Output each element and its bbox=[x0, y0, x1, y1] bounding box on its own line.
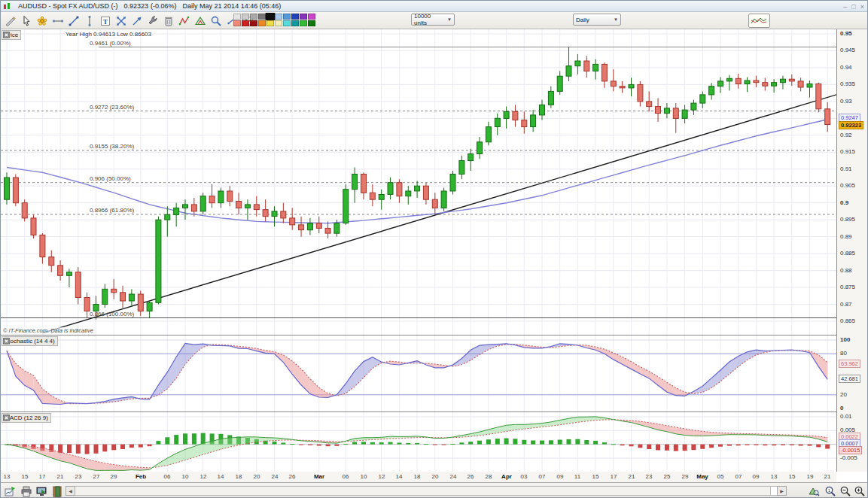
scrollbar-track[interactable] bbox=[75, 486, 777, 496]
price-tick-label: 0.87 bbox=[840, 301, 852, 308]
color-swatch[interactable] bbox=[258, 14, 266, 20]
pointer-tool[interactable] bbox=[129, 13, 145, 29]
color-swatch[interactable] bbox=[308, 14, 315, 20]
zoom-in-icon[interactable] bbox=[854, 485, 866, 497]
zigzag-tool-icon bbox=[178, 15, 190, 27]
delete-tool[interactable] bbox=[160, 13, 176, 29]
move-tool[interactable] bbox=[113, 13, 129, 29]
color-swatch[interactable] bbox=[291, 14, 299, 20]
zoom-selection-icon[interactable] bbox=[808, 485, 820, 497]
cursor-tool-icon bbox=[20, 15, 32, 27]
maximize-button[interactable]: □ bbox=[851, 3, 855, 11]
timeframe-dropdown-value: Daily bbox=[576, 17, 589, 23]
color-swatch[interactable] bbox=[242, 20, 249, 26]
titlebar-datetime: Daily May 21 2014 14:46 (05:46) bbox=[183, 2, 282, 10]
zoom-tool[interactable] bbox=[208, 13, 224, 29]
date-tick-label: 21 bbox=[817, 473, 838, 480]
date-tick-label: 26 bbox=[282, 473, 303, 480]
last-price-box: 0.92323 bbox=[839, 121, 863, 129]
scroll-left-arrow[interactable]: ◀ bbox=[65, 486, 75, 496]
chevron-down-icon: ▼ bbox=[444, 17, 452, 22]
svg-text:0.906 (50.00%): 0.906 (50.00%) bbox=[90, 175, 131, 182]
pattern-recognition-button[interactable] bbox=[748, 14, 770, 28]
window-titlebar: AUDUSD - Spot FX AUD/USD (-) 0.92323 (-0… bbox=[1, 1, 867, 12]
color-swatch[interactable] bbox=[250, 14, 257, 20]
color-swatch[interactable] bbox=[250, 20, 257, 26]
macd-panel-tab[interactable]: MACD (12 26 9) bbox=[2, 413, 51, 423]
settings-tool[interactable] bbox=[145, 13, 160, 29]
color-swatch[interactable] bbox=[258, 20, 266, 26]
settings-tool-icon bbox=[147, 15, 159, 27]
export-icon[interactable] bbox=[35, 485, 47, 497]
text-tool[interactable]: T bbox=[97, 13, 113, 29]
color-swatch[interactable] bbox=[283, 20, 291, 26]
panel-close-icon[interactable] bbox=[2, 414, 11, 422]
indicators-tool-icon bbox=[36, 15, 48, 27]
stochastic-panel[interactable]: Stochastic (14 4 4) bbox=[1, 336, 836, 412]
zigzag-tool[interactable] bbox=[176, 13, 192, 29]
text-tool-icon: T bbox=[99, 15, 111, 27]
pencil-tool[interactable] bbox=[2, 13, 18, 29]
timeframe-dropdown[interactable]: Daily ▼ bbox=[573, 14, 621, 26]
scroll-right-arrow[interactable]: ▶ bbox=[777, 486, 787, 496]
color-swatch[interactable] bbox=[283, 14, 291, 20]
vline-tool[interactable] bbox=[81, 13, 97, 29]
color-swatch[interactable] bbox=[275, 20, 282, 26]
stochastic-panel-label: Stochastic (14 4 4) bbox=[5, 338, 55, 345]
indicators-tool[interactable] bbox=[34, 13, 50, 29]
print-icon[interactable] bbox=[20, 485, 32, 497]
chevron-down-icon: ▼ bbox=[611, 17, 618, 22]
chart-window: AUDUSD - Spot FX AUD/USD (-) 0.92323 (-0… bbox=[0, 0, 868, 498]
stochastic-panel-tab[interactable]: Stochastic (14 4 4) bbox=[2, 336, 58, 346]
units-dropdown[interactable]: 10000 units ▼ bbox=[411, 14, 455, 26]
trendline-tool[interactable] bbox=[65, 13, 81, 29]
close-button[interactable]: × bbox=[860, 3, 864, 11]
titlebar-price: 0.92323 bbox=[124, 2, 149, 10]
price-tick-label: 0.885 bbox=[840, 250, 855, 257]
color-swatch[interactable] bbox=[266, 20, 274, 26]
vline-tool-icon bbox=[84, 15, 96, 27]
delete-tool-icon bbox=[163, 15, 175, 27]
price-tick-label: 0.935 bbox=[840, 80, 855, 87]
price-tick-label: 0.905 bbox=[840, 182, 855, 189]
panel-close-icon[interactable] bbox=[2, 337, 11, 345]
color-swatch[interactable] bbox=[233, 14, 241, 20]
price-tick-label: 0.94 bbox=[840, 64, 852, 71]
minimize-button[interactable]: – bbox=[843, 3, 847, 11]
macd-histogram-value-box: -0.0015 bbox=[839, 446, 862, 454]
pattern-tool[interactable] bbox=[192, 13, 208, 29]
stochastic-tick-label: 100 bbox=[840, 336, 850, 343]
color-swatch[interactable] bbox=[308, 20, 315, 26]
color-swatch[interactable] bbox=[266, 13, 276, 20]
macd-panel-label: MACD (12 26 9) bbox=[5, 414, 48, 421]
macd-panel[interactable]: MACD (12 26 9) bbox=[1, 412, 836, 472]
stochastic-d-value-box: 63.962 bbox=[839, 360, 860, 368]
price-tick-label: 0.895 bbox=[840, 216, 855, 223]
cursor-tool[interactable] bbox=[18, 13, 34, 29]
color-swatch[interactable] bbox=[300, 20, 307, 26]
color-swatch[interactable] bbox=[291, 20, 299, 26]
hline-tool[interactable] bbox=[50, 13, 65, 29]
pointer-tool-icon bbox=[131, 15, 143, 27]
stochastic-plot bbox=[1, 336, 836, 411]
price-axis[interactable]: 0.9247 0.92323 63.962 42.681 0.0022 0.00… bbox=[836, 29, 868, 472]
titlebar-change: (-0.06%) bbox=[151, 2, 177, 10]
price-tick-label: 0.875 bbox=[840, 284, 855, 290]
zoom-out-icon[interactable] bbox=[839, 485, 851, 497]
new-chart-icon[interactable] bbox=[4, 485, 16, 497]
scrollbar-thumb[interactable] bbox=[75, 487, 771, 495]
price-tick-label: 0.9 bbox=[840, 199, 848, 206]
macd-tick-label: 0.01 bbox=[840, 413, 852, 420]
panel-close-icon[interactable] bbox=[2, 31, 11, 39]
color-swatch[interactable] bbox=[300, 14, 307, 20]
notebook-icon[interactable] bbox=[51, 485, 63, 497]
horizontal-scrollbar[interactable]: ◀ ▶ bbox=[65, 486, 787, 496]
date-tick-label: Mar bbox=[309, 473, 330, 480]
color-swatch[interactable] bbox=[242, 14, 249, 20]
zoom-reset-icon[interactable]: 1 bbox=[824, 485, 836, 497]
color-swatch[interactable] bbox=[233, 20, 241, 26]
color-swatch[interactable] bbox=[275, 14, 282, 20]
drawing-tools: T bbox=[2, 13, 255, 29]
price-panel-tab[interactable]: Price bbox=[2, 30, 21, 40]
price-panel[interactable]: 0.9461 (0.00%)0.9272 (23.60%)0.9155 (38.… bbox=[1, 29, 836, 336]
